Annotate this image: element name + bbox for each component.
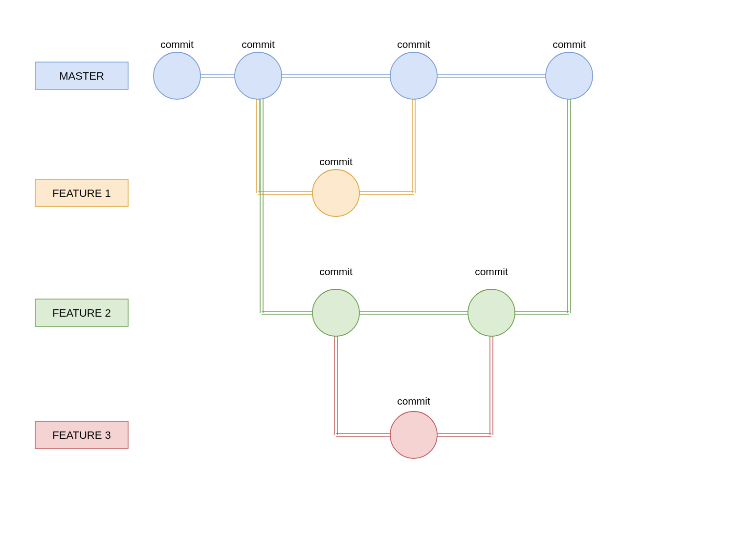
commit-label: commit — [242, 39, 275, 50]
commit-node: commit — [312, 156, 359, 217]
svg-point-41 — [312, 289, 359, 336]
svg-point-42 — [468, 289, 515, 336]
commit-label: commit — [475, 266, 508, 277]
commit-label: commit — [553, 39, 586, 50]
svg-point-36 — [154, 52, 200, 99]
commit-node: commit — [390, 395, 437, 459]
branch-label-feature2: FEATURE 2 — [35, 299, 128, 326]
commit-label: commit — [160, 39, 194, 50]
branch-label-text-feature3: FEATURE 3 — [52, 429, 111, 441]
svg-point-38 — [390, 52, 437, 99]
branch-label-master: MASTER — [35, 62, 128, 89]
commit-label: commit — [319, 156, 353, 167]
commit-label: commit — [397, 39, 430, 50]
commit-node: commit — [235, 39, 282, 100]
git-branch-diagram: MASTERFEATURE 1FEATURE 2FEATURE 3commitc… — [0, 0, 754, 560]
branch-label-feature3: FEATURE 3 — [35, 421, 128, 449]
branch-label-feature1: FEATURE 1 — [35, 179, 128, 207]
commit-label: commit — [397, 395, 430, 407]
branch-label-text-feature1: FEATURE 1 — [52, 187, 111, 199]
commit-node: commit — [546, 39, 593, 100]
svg-point-40 — [312, 170, 359, 216]
commit-node: commit — [154, 39, 200, 100]
svg-point-43 — [390, 411, 437, 458]
svg-point-39 — [546, 52, 593, 99]
commit-node: commit — [390, 39, 437, 100]
commit-node: commit — [468, 266, 515, 337]
commit-label: commit — [319, 266, 353, 277]
branch-label-text-master: MASTER — [59, 70, 104, 82]
commit-node: commit — [312, 266, 359, 337]
svg-point-37 — [235, 52, 282, 99]
branch-label-text-feature2: FEATURE 2 — [52, 307, 111, 319]
